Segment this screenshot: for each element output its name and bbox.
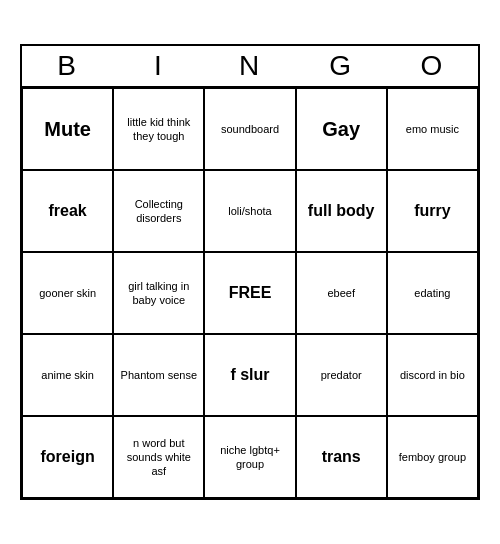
header-letter: O [387,46,478,86]
bingo-cell: n word but sounds white asf [113,416,204,498]
bingo-cell: foreign [22,416,113,498]
bingo-cell: furry [387,170,478,252]
bingo-cell: Gay [296,88,387,170]
bingo-cell: f slur [204,334,295,416]
bingo-cell: Mute [22,88,113,170]
bingo-cell: freak [22,170,113,252]
bingo-cell: ebeef [296,252,387,334]
header-letter: I [113,46,204,86]
bingo-cell: loli/shota [204,170,295,252]
bingo-cell: niche lgbtq+ group [204,416,295,498]
bingo-cell: soundboard [204,88,295,170]
bingo-cell: emo music [387,88,478,170]
bingo-cell: FREE [204,252,295,334]
bingo-cell: Collecting disorders [113,170,204,252]
bingo-cell: full body [296,170,387,252]
bingo-cell: trans [296,416,387,498]
bingo-card: BINGO Mutelittle kid think they toughsou… [20,44,480,500]
header-letter: B [22,46,113,86]
header-letter: N [204,46,295,86]
bingo-cell: femboy group [387,416,478,498]
bingo-cell: discord in bio [387,334,478,416]
bingo-cell: gooner skin [22,252,113,334]
header-letter: G [296,46,387,86]
bingo-cell: edating [387,252,478,334]
bingo-cell: anime skin [22,334,113,416]
bingo-grid: Mutelittle kid think they toughsoundboar… [22,86,478,498]
bingo-cell: girl talking in baby voice [113,252,204,334]
bingo-cell: Phantom sense [113,334,204,416]
bingo-header: BINGO [22,46,478,86]
bingo-cell: predator [296,334,387,416]
bingo-cell: little kid think they tough [113,88,204,170]
